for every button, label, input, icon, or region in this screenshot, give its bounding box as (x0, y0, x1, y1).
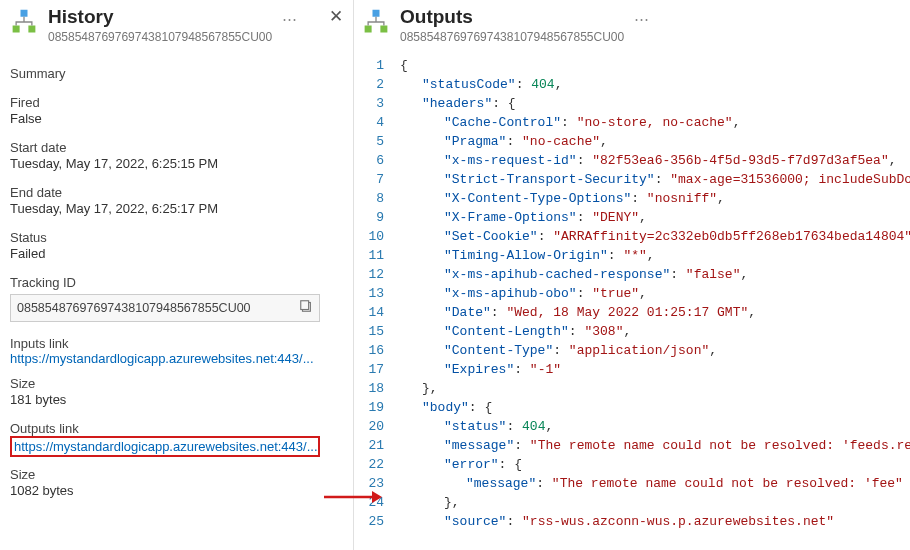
outputs-size-label: Size (10, 467, 339, 482)
copy-icon[interactable] (299, 299, 313, 316)
svg-rect-0 (21, 10, 28, 17)
tracking-id-field[interactable]: 08585487697697438107948567855CU00 (10, 294, 320, 322)
summary-label: Summary (10, 66, 339, 81)
outputs-link[interactable]: https://mystandardlogicapp.azurewebsites… (14, 439, 318, 454)
editor-code[interactable]: {"statusCode": 404,"headers": {"Cache-Co… (394, 52, 910, 550)
fired-label: Fired (10, 95, 339, 110)
svg-rect-8 (365, 26, 372, 33)
inputs-link[interactable]: https://mystandardlogicapp.azurewebsites… (10, 351, 314, 366)
svg-rect-9 (380, 26, 387, 33)
inputs-size-label: Size (10, 376, 339, 391)
more-icon[interactable]: ⋯ (634, 10, 649, 28)
fired-value: False (10, 111, 339, 126)
end-date-value: Tuesday, May 17, 2022, 6:25:17 PM (10, 201, 339, 216)
status-label: Status (10, 230, 339, 245)
history-panel: ✕ History 08585487697697438107948567855C… (0, 0, 354, 550)
outputs-title: Outputs (400, 6, 624, 29)
inputs-size-value: 181 bytes (10, 392, 339, 407)
outputs-link-highlight: https://mystandardlogicapp.azurewebsites… (10, 436, 320, 457)
status-value: Failed (10, 246, 339, 261)
outputs-panel: Outputs 08585487697697438107948567855CU0… (354, 0, 910, 550)
start-date-label: Start date (10, 140, 339, 155)
json-editor[interactable]: 1234567891011121314151617181920212223242… (354, 52, 910, 550)
svg-rect-2 (28, 26, 35, 33)
history-title: History (48, 6, 272, 29)
outputs-subtitle: 08585487697697438107948567855CU00 (400, 30, 624, 44)
start-date-value: Tuesday, May 17, 2022, 6:25:15 PM (10, 156, 339, 171)
more-icon[interactable]: ⋯ (282, 10, 297, 28)
svg-rect-1 (13, 26, 20, 33)
svg-rect-4 (301, 301, 309, 310)
inputs-link-label: Inputs link (10, 336, 339, 351)
history-subtitle: 08585487697697438107948567855CU00 (48, 30, 272, 44)
tracking-id-label: Tracking ID (10, 275, 339, 290)
logic-app-icon (362, 8, 390, 36)
close-icon[interactable]: ✕ (329, 6, 343, 27)
svg-rect-7 (373, 10, 380, 17)
editor-gutter: 1234567891011121314151617181920212223242… (354, 52, 394, 550)
end-date-label: End date (10, 185, 339, 200)
tracking-id-value: 08585487697697438107948567855CU00 (17, 301, 251, 315)
outputs-size-value: 1082 bytes (10, 483, 339, 498)
logic-app-icon (10, 8, 38, 36)
outputs-link-label: Outputs link (10, 421, 339, 436)
